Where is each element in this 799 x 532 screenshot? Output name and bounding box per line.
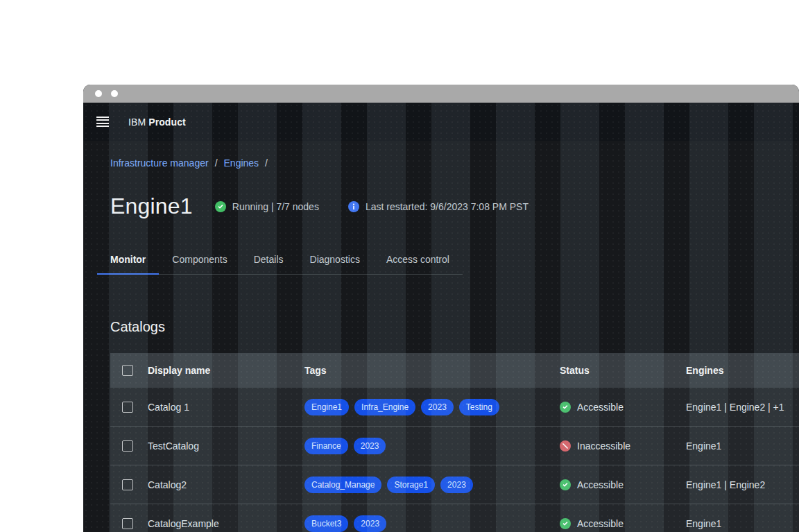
status-icon xyxy=(560,518,571,529)
brand-name: Product xyxy=(148,117,186,128)
tag[interactable]: Testing xyxy=(459,399,499,415)
status-label: Accessible xyxy=(577,479,624,490)
cell-engines: Engine1 | Engine2 | +1 xyxy=(686,402,799,413)
info-icon[interactable] xyxy=(348,201,359,212)
window-control-dot[interactable] xyxy=(95,90,102,97)
window-control-dot[interactable] xyxy=(111,90,118,97)
tab-access-control[interactable]: Access control xyxy=(373,247,463,275)
status-icon xyxy=(560,440,571,452)
tab-monitor[interactable]: Monitor xyxy=(97,247,159,275)
page-status-group: Running | 7/7 nodes Last restarted: 9/6/… xyxy=(215,201,529,212)
status-icon xyxy=(560,479,571,490)
last-restarted: Last restarted: 9/6/2023 7:08 PM PST xyxy=(348,201,529,212)
table-header-row: Display name Tags Status Engines xyxy=(110,353,799,388)
cell-display-name: Catalog 1 xyxy=(148,402,304,413)
status-label: Inaccessible xyxy=(577,440,630,452)
breadcrumb: Infrastructure manager / Engines / xyxy=(110,157,799,169)
cell-status: Inaccessible xyxy=(560,440,686,452)
menu-icon[interactable] xyxy=(96,117,109,127)
tab-bar: Monitor Components Details Diagnostics A… xyxy=(97,247,463,275)
table-row[interactable]: CatalogExample Bucket3 2023 Accessible xyxy=(110,504,799,532)
app-window: IBM Product Infrastructure manager / Eng… xyxy=(83,85,799,532)
tag[interactable]: Bucket3 xyxy=(304,515,348,532)
brand-prefix: IBM xyxy=(128,117,146,128)
running-status: Running | 7/7 nodes xyxy=(215,201,319,212)
tag[interactable]: 2023 xyxy=(421,399,454,415)
status-label: Accessible xyxy=(577,402,624,413)
table-row[interactable]: Catalog 1 Engine1 Infra_Engine 2023 Test… xyxy=(110,388,799,427)
page-title-row: Engine1 Running | 7/7 nodes xyxy=(110,194,799,219)
row-checkbox[interactable] xyxy=(122,402,133,413)
cell-status: Accessible xyxy=(560,518,686,529)
tab-diagnostics[interactable]: Diagnostics xyxy=(297,247,373,275)
tag[interactable]: Finance xyxy=(304,438,348,454)
cell-engines: Engine1 xyxy=(686,518,799,529)
app-content: IBM Product Infrastructure manager / Eng… xyxy=(83,103,799,532)
cell-display-name: Catalog2 xyxy=(148,479,304,490)
cell-status: Accessible xyxy=(560,479,686,490)
cell-engines: Engine1 | Engine2 xyxy=(686,479,799,490)
tag[interactable]: 2023 xyxy=(354,515,386,532)
cell-tags: Catalog_Manage Storage1 2023 xyxy=(304,477,560,493)
breadcrumb-separator: / xyxy=(265,157,268,169)
page-title: Engine1 xyxy=(110,194,193,219)
breadcrumb-item-engines[interactable]: Engines xyxy=(224,157,259,169)
window-titlebar xyxy=(83,85,799,103)
screenshot-canvas: IBM Product Infrastructure manager / Eng… xyxy=(0,0,799,532)
tab-components[interactable]: Components xyxy=(159,247,240,275)
row-checkbox[interactable] xyxy=(122,440,133,452)
cell-engines: Engine1 xyxy=(686,440,799,452)
column-header-tags[interactable]: Tags xyxy=(304,365,560,376)
breadcrumb-item-infrastructure-manager[interactable]: Infrastructure manager xyxy=(110,157,209,169)
column-header-display-name[interactable]: Display name xyxy=(148,365,304,376)
cell-tags: Bucket3 2023 xyxy=(304,515,560,532)
tag[interactable]: Engine1 xyxy=(304,399,349,415)
breadcrumb-separator: / xyxy=(215,157,218,169)
tab-details[interactable]: Details xyxy=(241,247,297,275)
last-restarted-label: Last restarted: 9/6/2023 7:08 PM PST xyxy=(366,201,529,212)
cell-display-name: TestCatalog xyxy=(148,440,304,452)
catalogs-heading: Catalogs xyxy=(110,319,799,335)
tag[interactable]: Catalog_Manage xyxy=(304,477,381,493)
table-row[interactable]: Catalog2 Catalog_Manage Storage1 2023 Ac… xyxy=(110,465,799,504)
app-brand: IBM Product xyxy=(128,117,186,128)
column-header-status[interactable]: Status xyxy=(560,365,686,376)
status-icon xyxy=(560,402,571,413)
cell-tags: Engine1 Infra_Engine 2023 Testing xyxy=(304,399,560,415)
cell-display-name: CatalogExample xyxy=(148,518,304,529)
cell-tags: Finance 2023 xyxy=(304,438,560,454)
select-all-checkbox[interactable] xyxy=(122,365,133,376)
tag[interactable]: 2023 xyxy=(354,438,386,454)
tag[interactable]: 2023 xyxy=(440,477,473,493)
catalogs-table: Display name Tags Status Engines Catalog… xyxy=(110,353,799,532)
app-header: IBM Product xyxy=(83,103,799,141)
status-label: Accessible xyxy=(577,518,624,529)
tag[interactable]: Storage1 xyxy=(387,477,435,493)
row-checkbox[interactable] xyxy=(122,518,133,529)
table-row[interactable]: TestCatalog Finance 2023 Inaccessible xyxy=(110,427,799,465)
column-header-engines[interactable]: Engines xyxy=(686,365,799,376)
tag[interactable]: Infra_Engine xyxy=(354,399,415,415)
running-status-label: Running | 7/7 nodes xyxy=(232,201,319,212)
row-checkbox[interactable] xyxy=(122,479,133,490)
checkmark-filled-icon xyxy=(215,201,226,212)
cell-status: Accessible xyxy=(560,402,686,413)
